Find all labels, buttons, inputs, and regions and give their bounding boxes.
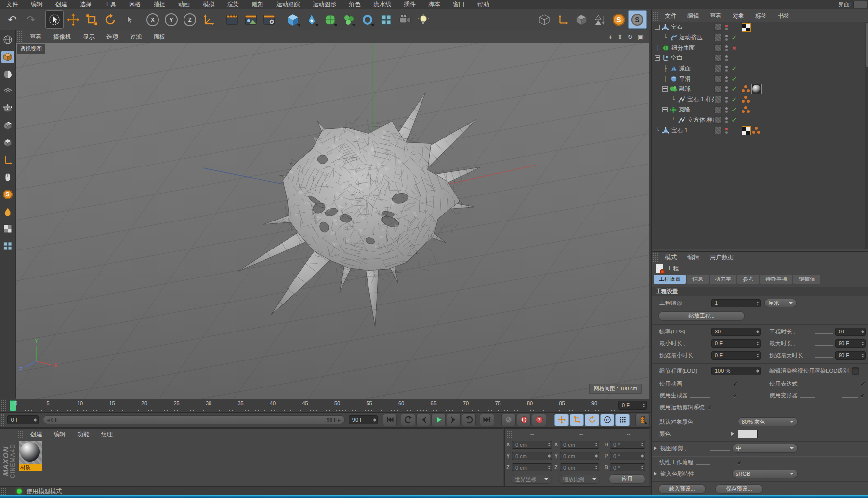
enabled-check-icon[interactable]: ✓ <box>730 96 738 103</box>
goto-start-button[interactable] <box>383 414 397 426</box>
timeline-window-button[interactable] <box>635 414 650 426</box>
object-name[interactable]: 融球 <box>679 85 691 93</box>
add-spline-button[interactable] <box>302 10 321 29</box>
viewport-rotate-icon[interactable]: ↻ <box>628 33 633 41</box>
material-thumbnail[interactable] <box>19 441 42 464</box>
current-frame-field[interactable]: 0 F <box>7 415 38 424</box>
use-motion-system-checkbox[interactable]: ✔ <box>708 404 713 411</box>
viewport-menu-item[interactable]: 面板 <box>148 33 171 41</box>
menubar-item[interactable]: 动画 <box>172 0 196 9</box>
viewport-menu-item[interactable]: 摄像机 <box>48 33 77 41</box>
object-manager-menu-item[interactable]: 查看 <box>705 12 727 20</box>
timeline-grip[interactable] <box>0 399 6 412</box>
object-row[interactable]: └宝石.1.样条✓ <box>652 94 865 105</box>
key-position-toggle[interactable] <box>554 414 569 426</box>
use-generators-checkbox[interactable]: ✔ <box>733 392 738 399</box>
menubar-item[interactable]: 模拟 <box>196 0 221 9</box>
add-cube-button[interactable] <box>284 10 302 29</box>
tab-key-interpolation[interactable]: 键插值 <box>793 275 820 284</box>
key-pla-toggle[interactable] <box>615 414 630 426</box>
viewport-pan-icon[interactable]: + <box>608 33 612 41</box>
key-parameter-toggle[interactable]: P <box>600 414 614 426</box>
object-row[interactable]: 克隆✓ <box>652 105 865 115</box>
menubar-item[interactable]: 窗口 <box>447 0 471 9</box>
view-clipping-select[interactable]: 中 <box>732 444 798 453</box>
dots-tag[interactable] <box>742 106 750 114</box>
menubar-item[interactable]: 工具 <box>98 0 123 9</box>
material-menu-item[interactable]: 功能 <box>72 430 95 439</box>
move-tool-button[interactable] <box>64 10 82 29</box>
layer-tag[interactable] <box>714 34 722 41</box>
save-preset-button[interactable]: 保存预设... <box>715 484 763 494</box>
dots-tag[interactable] <box>752 127 760 135</box>
make-editable-button[interactable] <box>535 10 553 29</box>
fps-field[interactable]: 30 <box>711 328 761 336</box>
visibility-dots[interactable] <box>725 107 728 113</box>
project-scale-unit-select[interactable]: 厘米 <box>764 299 797 307</box>
apply-button[interactable]: 应用 <box>609 474 645 484</box>
input-color-expander[interactable] <box>654 472 658 476</box>
viewport-maximize-icon[interactable]: ▣ <box>638 33 644 41</box>
coordinate-system-select[interactable]: 世界坐标 <box>511 475 552 484</box>
workplane-button[interactable] <box>553 10 572 29</box>
visibility-dots[interactable] <box>725 117 728 123</box>
tab-reference[interactable]: 参考 <box>737 275 759 284</box>
lock-x-button[interactable]: X <box>143 10 162 29</box>
autokey-button[interactable] <box>517 414 531 426</box>
layer-tag[interactable] <box>714 55 722 62</box>
play-button[interactable] <box>431 414 446 426</box>
menubar-item[interactable]: 网格 <box>123 0 147 9</box>
attribute-menu-item[interactable]: 用户数据 <box>705 253 739 262</box>
coords-scale-field-y[interactable]: 0 cm <box>560 452 599 460</box>
polygons-mode-icon[interactable] <box>1 137 14 149</box>
render-settings-button[interactable] <box>260 10 279 29</box>
add-array-button[interactable] <box>377 10 395 29</box>
material-menu-item[interactable]: 纹理 <box>95 430 119 439</box>
render-lod-checkbox[interactable] <box>852 367 859 375</box>
menubar-item[interactable]: 选择 <box>74 0 98 9</box>
object-manager-menu-item[interactable]: 书签 <box>772 12 795 20</box>
visibility-dots[interactable] <box>725 76 728 82</box>
tab-project-settings[interactable]: 工程设置 <box>654 275 686 284</box>
coords-scale-field-x[interactable]: 0 cm <box>560 441 599 449</box>
visibility-dots[interactable] <box>725 97 728 103</box>
object-manager-menu-item[interactable]: 对象 <box>727 12 750 20</box>
visibility-dots[interactable] <box>725 128 728 134</box>
layer-tag[interactable] <box>714 75 722 83</box>
object-row[interactable]: 宝石 <box>652 22 865 32</box>
attribute-menu-item[interactable]: 编辑 <box>682 253 705 262</box>
layer-tag[interactable] <box>714 127 722 134</box>
coords-grip[interactable] <box>506 430 512 438</box>
last-tool-button[interactable] <box>120 10 138 29</box>
material-menu-item[interactable]: 创建 <box>25 430 48 439</box>
menubar-item[interactable]: 渲染 <box>221 0 245 9</box>
menubar-item[interactable]: 流水线 <box>367 0 397 9</box>
object-row[interactable]: ├减面✓ <box>652 63 865 74</box>
axis-mode-icon[interactable] <box>1 154 14 166</box>
add-light-button[interactable] <box>414 10 433 29</box>
object-name[interactable]: 宝石 <box>671 23 683 31</box>
previous-key-button[interactable] <box>401 414 415 426</box>
disabled-cross-icon[interactable]: × <box>730 44 738 52</box>
live-selection-button[interactable] <box>45 10 64 29</box>
convert-icon[interactable] <box>1 33 14 46</box>
menubar-item[interactable]: 雕刻 <box>245 0 270 9</box>
object-row[interactable]: └宝石.1 <box>652 125 865 136</box>
visibility-dots[interactable] <box>725 66 728 72</box>
expander-toggle[interactable] <box>662 107 668 112</box>
material-preview-tag[interactable] <box>751 84 762 94</box>
add-subdivision-button[interactable] <box>321 10 340 29</box>
object-row[interactable]: └运动挤压✓ <box>652 32 865 43</box>
min-time-field[interactable]: 0 F <box>711 339 761 348</box>
workplane-mode-icon[interactable] <box>1 85 14 98</box>
enabled-check-icon[interactable]: ✓ <box>730 106 738 113</box>
layer-tag[interactable] <box>714 85 722 93</box>
object-name[interactable]: 克隆 <box>679 106 690 114</box>
input-color-select[interactable]: sRGB <box>732 470 798 478</box>
project-time-field[interactable]: 0 F <box>835 328 866 336</box>
coords-scale-field-z[interactable]: 0 cm <box>560 463 599 471</box>
view-clipping-expander[interactable] <box>654 446 658 450</box>
layer-tag[interactable] <box>714 96 722 103</box>
object-name[interactable]: 宝石.1.样条 <box>687 95 717 104</box>
record-key-button[interactable] <box>501 414 516 426</box>
